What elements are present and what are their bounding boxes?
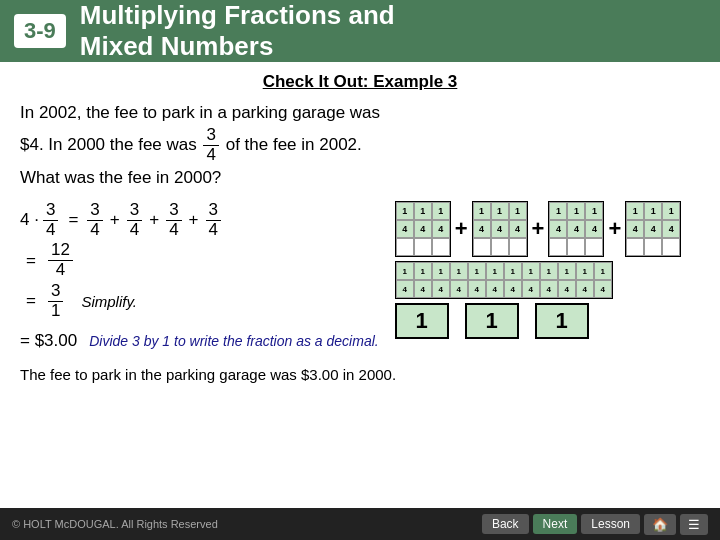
wide-box: 1 1 1 1 1 1 1 1 1 1 1 1 4 4 4 4 4	[395, 261, 613, 299]
lesson-badge: 3-9	[14, 14, 66, 48]
visual-row1: 1 1 1 4 4 4 + 1 1 1 4 4	[395, 201, 700, 257]
box-group-2: 1 1 1 4 4 4	[472, 201, 528, 257]
home-icon[interactable]: 🏠	[644, 514, 676, 535]
box-group-1: 1 1 1 4 4 4	[395, 201, 451, 257]
fraction-3-4: 3 4	[203, 126, 218, 164]
back-button[interactable]: Back	[482, 514, 529, 534]
step3-frac: 3 1	[48, 282, 63, 320]
conclusion-text: The fee to park in the parking garage wa…	[20, 366, 700, 383]
problem-text: In 2002, the fee to park in a parking ga…	[20, 100, 700, 191]
page-header: 3-9 Multiplying Fractions and Mixed Numb…	[0, 0, 720, 62]
copyright: © HOLT McDOUGAL. All Rights Reserved	[12, 518, 218, 530]
box-group-3: 1 1 1 4 4 4	[548, 201, 604, 257]
step1-frac-a: 3 4	[87, 201, 102, 239]
footer-nav: © HOLT McDOUGAL. All Rights Reserved Bac…	[0, 508, 720, 540]
visual-area: 1 1 1 4 4 4 + 1 1 1 4 4	[395, 201, 700, 362]
math-steps: 4 · 3 4 = 3 4 + 3 4 + 3 4	[20, 201, 379, 362]
math-step1: 4 · 3 4 = 3 4 + 3 4 + 3 4	[20, 201, 379, 239]
step1-frac: 3 4	[43, 201, 58, 239]
main-button[interactable]: ☰	[680, 514, 708, 535]
nav-buttons[interactable]: Back Next Lesson 🏠 ☰	[482, 514, 708, 535]
math-step4: = $3.00 Divide 3 by 1 to write the fract…	[20, 322, 379, 360]
step1-frac-c: 3 4	[166, 201, 181, 239]
step4-label: Divide 3 by 1 to write the fraction as a…	[89, 333, 378, 349]
one-box-1: 1	[395, 303, 449, 339]
math-step3: = 3 1 Simplify.	[20, 282, 379, 320]
visual-row2: 1 1 1 1 1 1 1 1 1 1 1 1 4 4 4 4 4	[395, 261, 700, 299]
box-group-4: 1 1 1 4 4 4	[625, 201, 681, 257]
one-box-2: 1	[465, 303, 519, 339]
lesson-title: Multiplying Fractions and Mixed Numbers	[80, 0, 395, 62]
step1-frac-b: 3 4	[127, 201, 142, 239]
step2-frac: 12 4	[48, 241, 73, 279]
step1-frac-d: 3 4	[206, 201, 221, 239]
simplify-label: Simplify.	[81, 293, 137, 310]
lesson-button[interactable]: Lesson	[581, 514, 640, 534]
next-button[interactable]: Next	[533, 514, 578, 534]
main-content: Check It Out: Example 3 In 2002, the fee…	[0, 62, 720, 389]
math-step2: = 12 4	[20, 241, 379, 279]
math-work-area: 4 · 3 4 = 3 4 + 3 4 + 3 4	[20, 201, 700, 362]
visual-row3: 1 1 1	[395, 303, 700, 339]
one-box-3: 1	[535, 303, 589, 339]
example-title: Check It Out: Example 3	[20, 72, 700, 92]
